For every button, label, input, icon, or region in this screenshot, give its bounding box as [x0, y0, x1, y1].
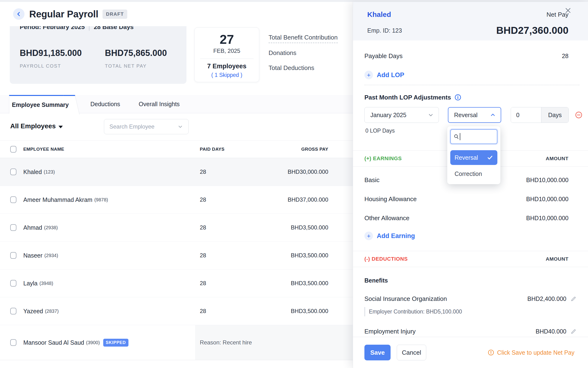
- date-card-divider: [200, 59, 254, 59]
- days-suffix-label: Days: [541, 107, 569, 123]
- lop-month-value: January 2025: [370, 112, 428, 119]
- employee-count: 7 Employees: [195, 63, 259, 70]
- skipped-badge: SKIPPED: [103, 339, 129, 347]
- employee-id: (9878): [94, 197, 108, 202]
- employee-name: Yazeed: [23, 308, 43, 315]
- employee-table: EMPLOYEE NAME PAID DAYS GROSS PAY Khaled…: [0, 140, 353, 360]
- lop-month-select[interactable]: January 2025: [365, 107, 439, 123]
- donations-link[interactable]: Donations: [268, 49, 296, 58]
- deductions-header-label: (-) DEDUCTIONS: [365, 256, 408, 262]
- table-row[interactable]: Ameer Muhammad Akram(9878) 28 BHD37,000.…: [0, 186, 353, 214]
- chevron-down-icon: [178, 124, 183, 129]
- table-row[interactable]: Layla(3948) 28 BHD3,500.000: [0, 269, 353, 297]
- row-checkbox[interactable]: [10, 339, 16, 346]
- payroll-cost-label: PAYROLL COST: [20, 63, 105, 69]
- check-icon: [487, 155, 493, 161]
- remove-adjustment-button[interactable]: [575, 111, 583, 119]
- employee-name: Ahmad: [23, 224, 42, 231]
- employee-id: (123): [44, 169, 55, 175]
- deductions-amount-header: AMOUNT: [546, 256, 569, 262]
- earning-item-row: Housing Allowance BHD10,000.000: [353, 189, 588, 209]
- tab-employee-summary-label: Employee Summary: [12, 101, 69, 108]
- dropdown-search-box[interactable]: [450, 129, 497, 144]
- employee-name: Layla: [23, 280, 38, 287]
- back-button[interactable]: [13, 8, 25, 20]
- deduction-amount: BHD40.000: [536, 328, 566, 335]
- table-row-skipped[interactable]: Reason: Recent hire Mansoor Saud Al Saud…: [0, 325, 353, 360]
- chevron-down-icon: [428, 112, 434, 118]
- gross-pay-cell: BHD3,500.000: [291, 252, 328, 259]
- deduction-item-row: Social Insurance Organization BHD2,400.0…: [353, 295, 588, 303]
- payable-days-label: Payable Days: [365, 52, 402, 60]
- earning-amount: BHD10,000.000: [526, 196, 569, 202]
- lop-type-select[interactable]: Reversal: [448, 107, 501, 123]
- chevron-up-icon: [490, 112, 496, 118]
- text-cursor: [460, 133, 460, 140]
- row-checkbox[interactable]: [10, 308, 16, 314]
- table-row[interactable]: Khaled(123) 28 BHD30,000.000: [0, 158, 353, 186]
- pay-date-day: 27: [195, 32, 259, 47]
- drawer-employee-name-link[interactable]: Khaled: [367, 10, 391, 18]
- gross-pay-cell: BHD30,000.000: [288, 168, 328, 175]
- employee-name: Ameer Muhammad Akram: [23, 196, 92, 203]
- cancel-button[interactable]: Cancel: [397, 345, 426, 360]
- dropdown-search-input[interactable]: [463, 133, 486, 140]
- earning-name: Housing Allowance: [365, 195, 417, 203]
- add-lop-button[interactable]: + Add LOP: [365, 70, 404, 80]
- skip-reason-text: Reason: Recent hire: [200, 339, 252, 346]
- tab-employee-summary[interactable]: Employee Summary: [9, 95, 71, 114]
- edit-pencil-icon[interactable]: [570, 295, 577, 302]
- table-row[interactable]: Yazeed(2837) 28 BHD3,500.000: [0, 297, 353, 325]
- employee-name: Khaled: [23, 168, 42, 175]
- earning-amount: BHD10,000.000: [526, 215, 569, 222]
- add-lop-label: Add LOP: [377, 71, 404, 79]
- employee-name: Naseer: [23, 252, 43, 259]
- row-checkbox[interactable]: [10, 224, 16, 231]
- drawer-body: Payable Days 28 + Add LOP Past Month LOP…: [353, 52, 588, 335]
- table-row[interactable]: Ahmad(2938) 28 BHD3,500.000: [0, 214, 353, 242]
- add-earning-button[interactable]: + Add Earning: [365, 231, 415, 240]
- earnings-header-label: (+) EARNINGS: [365, 156, 402, 162]
- lop-days-input[interactable]: [511, 107, 541, 123]
- row-checkbox[interactable]: [10, 280, 16, 287]
- deduction-item-row: Employment Injury BHD40.000: [353, 327, 588, 335]
- column-employee-name: EMPLOYEE NAME: [23, 147, 64, 152]
- skip-reason-panel: Reason: Recent hire: [195, 325, 353, 360]
- row-checkbox[interactable]: [10, 196, 16, 203]
- row-checkbox[interactable]: [10, 168, 16, 175]
- paid-days-cell: 28: [200, 224, 206, 231]
- row-checkbox[interactable]: [10, 252, 16, 259]
- list-toolbar: All Employees Search Employee: [0, 113, 353, 140]
- edit-pencil-icon[interactable]: [570, 328, 577, 335]
- save-button[interactable]: Save: [365, 345, 391, 360]
- info-icon[interactable]: [454, 94, 462, 101]
- deductions-section-header: (-) DEDUCTIONS AMOUNT: [353, 251, 588, 267]
- skipped-count-link[interactable]: ( 1 Skipped ): [195, 72, 259, 78]
- employee-filter-label: All Employees: [10, 122, 56, 130]
- search-employee-select[interactable]: Search Employee: [104, 119, 189, 134]
- total-benefit-contribution-link[interactable]: Total Benefit Contribution: [268, 34, 338, 43]
- employee-id: (2934): [45, 253, 58, 258]
- dotted-divider: [365, 85, 579, 85]
- lop-type-dropdown-panel: Reversal Correction: [447, 126, 500, 184]
- dropdown-option-correction[interactable]: Correction: [450, 166, 497, 181]
- search-employee-placeholder: Search Employee: [109, 123, 178, 130]
- dropdown-option-reversal[interactable]: Reversal: [450, 150, 497, 165]
- employee-id: (2837): [45, 308, 59, 314]
- total-deductions-link[interactable]: Total Deductions: [268, 64, 314, 73]
- employee-id: (2938): [44, 225, 58, 230]
- tab-deductions[interactable]: Deductions: [90, 101, 120, 108]
- earnings-amount-header: AMOUNT: [546, 156, 569, 161]
- tab-overall-insights[interactable]: Overall Insights: [139, 101, 180, 108]
- table-row[interactable]: Naseer(2934) 28 BHD3,500.000: [0, 242, 353, 269]
- plus-icon: +: [365, 232, 373, 240]
- employee-filter-dropdown[interactable]: All Employees: [10, 122, 63, 130]
- total-net-pay-label: TOTAL NET PAY: [105, 63, 190, 69]
- employee-id: (3948): [39, 281, 53, 286]
- payable-days-row: Payable Days 28: [353, 52, 588, 60]
- lop-adjustments-title: Past Month LOP Adjustments: [365, 94, 451, 101]
- plus-icon: +: [365, 71, 373, 79]
- select-all-checkbox[interactable]: [10, 146, 16, 153]
- summary-links: Total Benefit Contribution Donations Tot…: [268, 34, 338, 73]
- main-content: Period: February 2025 28 Base Days BHD91…: [0, 2, 353, 368]
